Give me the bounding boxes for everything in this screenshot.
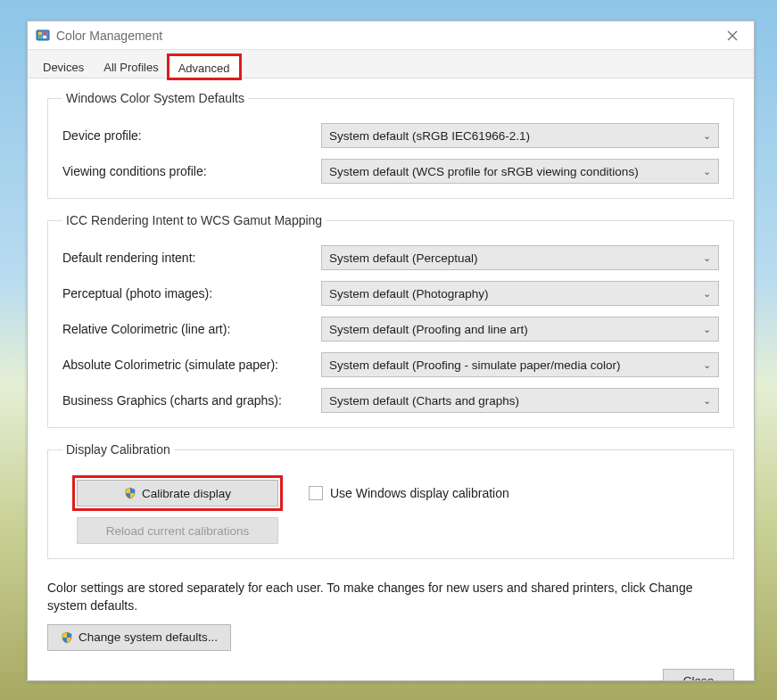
group-display-calibration: Display Calibration Calibrate display Us… (47, 442, 734, 559)
chevron-down-icon: ⌄ (703, 130, 711, 142)
combo-value: System default (Proofing and line art) (329, 323, 528, 336)
shield-icon (124, 487, 136, 499)
reload-calibrations-button: Reload current calibrations (77, 517, 278, 544)
combo-value: System default (Charts and graphs) (329, 394, 519, 408)
tab-all-profiles[interactable]: All Profiles (94, 54, 168, 78)
group-legend: Windows Color System Defaults (62, 91, 248, 105)
button-label: Calibrate display (142, 487, 231, 500)
default-rendering-intent-label: Default rendering intent: (62, 251, 321, 265)
group-icc-rendering-intent: ICC Rendering Intent to WCS Gamut Mappin… (47, 213, 734, 428)
perceptual-label: Perceptual (photo images): (62, 286, 321, 301)
svg-rect-4 (43, 36, 46, 38)
chevron-down-icon: ⌄ (703, 288, 711, 300)
tab-devices[interactable]: Devices (33, 54, 94, 78)
absolute-colorimetric-combo[interactable]: System default (Proofing - simulate pape… (321, 352, 719, 377)
chevron-down-icon: ⌄ (703, 395, 711, 407)
absolute-colorimetric-label: Absolute Colorimetric (simulate paper): (62, 358, 321, 372)
use-windows-calibration-checkbox[interactable]: Use Windows display calibration (309, 486, 509, 500)
chevron-down-icon: ⌄ (703, 324, 711, 335)
viewing-conditions-label: Viewing conditions profile: (62, 164, 321, 178)
tabstrip: Devices All Profiles Advanced (28, 50, 754, 78)
dialog-footer: Close (47, 651, 734, 680)
change-system-defaults-button[interactable]: Change system defaults... (47, 624, 231, 651)
viewing-conditions-combo[interactable]: System default (WCS profile for sRGB vie… (321, 159, 719, 184)
group-legend: ICC Rendering Intent to WCS Gamut Mappin… (62, 213, 326, 227)
checkbox-label: Use Windows display calibration (330, 486, 509, 500)
button-label: Reload current calibrations (106, 524, 250, 538)
svg-rect-1 (38, 32, 42, 35)
default-rendering-intent-combo[interactable]: System default (Perceptual) ⌄ (321, 245, 719, 270)
color-management-window: Color Management Devices All Profiles Ad… (27, 21, 755, 681)
svg-rect-2 (43, 32, 46, 35)
svg-rect-3 (38, 36, 42, 38)
button-label: Change system defaults... (79, 630, 218, 644)
business-graphics-label: Business Graphics (charts and graphs): (62, 393, 321, 408)
titlebar: Color Management (28, 21, 754, 50)
shield-icon (61, 631, 73, 644)
combo-value: System default (WCS profile for sRGB vie… (329, 165, 639, 178)
chevron-down-icon: ⌄ (703, 166, 711, 177)
button-label: Close (683, 674, 715, 680)
close-icon[interactable] (718, 23, 747, 48)
checkbox-box (309, 486, 323, 500)
svg-rect-0 (37, 30, 49, 40)
window-title: Color Management (56, 29, 718, 43)
chevron-down-icon: ⌄ (703, 359, 711, 371)
tab-pane-advanced: Windows Color System Defaults Device pro… (28, 78, 754, 680)
combo-value: System default (Photography) (329, 287, 489, 301)
device-profile-label: Device profile: (62, 128, 321, 143)
tab-advanced[interactable]: Advanced (169, 55, 240, 78)
business-graphics-combo[interactable]: System default (Charts and graphs) ⌄ (321, 388, 719, 413)
chevron-down-icon: ⌄ (703, 252, 711, 264)
combo-value: System default (sRGB IEC61966-2.1) (329, 129, 530, 143)
group-windows-color-system-defaults: Windows Color System Defaults Device pro… (47, 91, 734, 199)
combo-value: System default (Perceptual) (329, 251, 478, 265)
calibrate-display-button[interactable]: Calibrate display (77, 480, 278, 506)
stored-separately-note: Color settings are stored separately for… (47, 579, 734, 615)
close-button[interactable]: Close (663, 669, 734, 680)
perceptual-combo[interactable]: System default (Photography) ⌄ (321, 281, 719, 306)
combo-value: System default (Proofing - simulate pape… (329, 358, 620, 372)
device-profile-combo[interactable]: System default (sRGB IEC61966-2.1) ⌄ (321, 123, 719, 148)
relative-colorimetric-label: Relative Colorimetric (line art): (62, 322, 321, 336)
app-icon (35, 28, 51, 44)
group-legend: Display Calibration (62, 442, 174, 457)
relative-colorimetric-combo[interactable]: System default (Proofing and line art) ⌄ (321, 317, 719, 342)
